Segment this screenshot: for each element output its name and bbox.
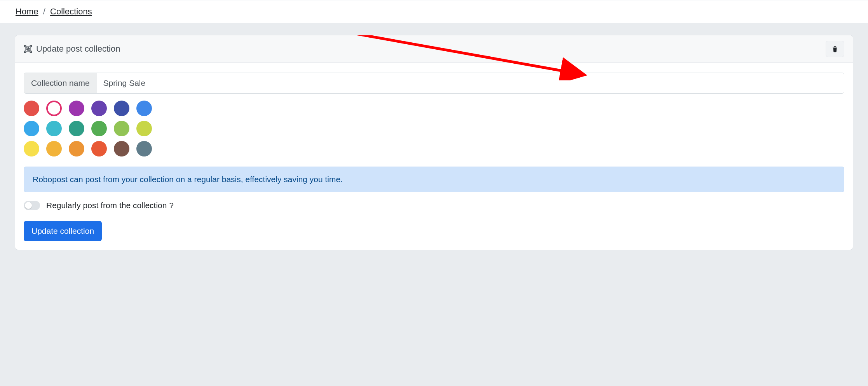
breadcrumb-separator: / [43,7,45,16]
card-header-left: Update post collection [24,44,120,54]
delete-button[interactable] [826,41,844,57]
color-swatch[interactable] [69,141,84,156]
breadcrumb-home-link[interactable]: Home [16,7,38,16]
svg-rect-2 [24,45,26,47]
color-swatch[interactable] [91,141,107,156]
svg-rect-9 [30,47,31,51]
breadcrumb: Home / Collections [16,7,852,17]
regular-post-toggle[interactable] [24,201,40,210]
color-row-1 [24,101,844,116]
info-message: Robopost can post from your collection o… [24,167,844,192]
collection-name-label: Collection name [24,73,97,93]
color-swatch[interactable] [69,121,84,136]
update-collection-card: Update post collection Collection name [15,35,853,250]
color-swatch[interactable] [91,121,107,136]
color-swatch[interactable] [24,141,39,156]
content-wrapper: Update post collection Collection name [0,23,868,258]
card-title: Update post collection [36,44,120,54]
collection-name-group: Collection name [24,73,844,94]
svg-rect-6 [26,46,30,47]
color-swatch[interactable] [46,141,62,156]
collection-name-input[interactable] [97,73,844,93]
svg-rect-3 [30,45,32,47]
svg-rect-8 [25,47,26,51]
color-row-2 [24,121,844,136]
svg-rect-5 [30,51,32,53]
svg-rect-7 [26,51,30,52]
color-picker [24,101,844,156]
trash-icon [831,45,838,53]
color-swatch[interactable] [136,121,152,136]
svg-rect-4 [24,51,26,53]
regular-post-toggle-label: Regularly post from the collection ? [46,201,174,210]
regular-post-toggle-row: Regularly post from the collection ? [24,201,844,210]
color-swatch[interactable] [46,121,62,136]
color-swatch[interactable] [46,101,62,116]
object-group-icon [24,45,32,53]
color-row-3 [24,141,844,156]
color-swatch[interactable] [114,121,129,136]
color-swatch[interactable] [91,101,107,116]
color-swatch[interactable] [114,101,129,116]
color-swatch[interactable] [136,101,152,116]
color-swatch[interactable] [24,121,39,136]
card-header: Update post collection [15,35,853,63]
update-collection-button[interactable]: Update collection [24,221,102,241]
color-swatch[interactable] [136,141,152,156]
card-body: Collection name Robopost can post from y… [15,63,853,250]
breadcrumb-collections-link[interactable]: Collections [50,7,92,16]
color-swatch[interactable] [24,101,39,116]
color-swatch[interactable] [114,141,129,156]
breadcrumb-bar: Home / Collections [0,0,868,23]
color-swatch[interactable] [69,101,84,116]
